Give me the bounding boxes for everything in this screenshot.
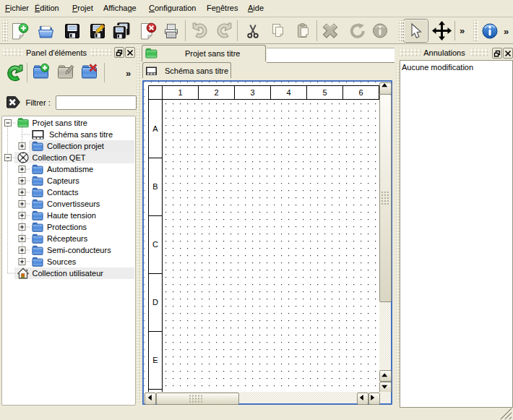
svg-text:»: » — [504, 26, 509, 37]
svg-text:»: » — [126, 68, 131, 79]
svg-text:»: » — [460, 25, 465, 36]
